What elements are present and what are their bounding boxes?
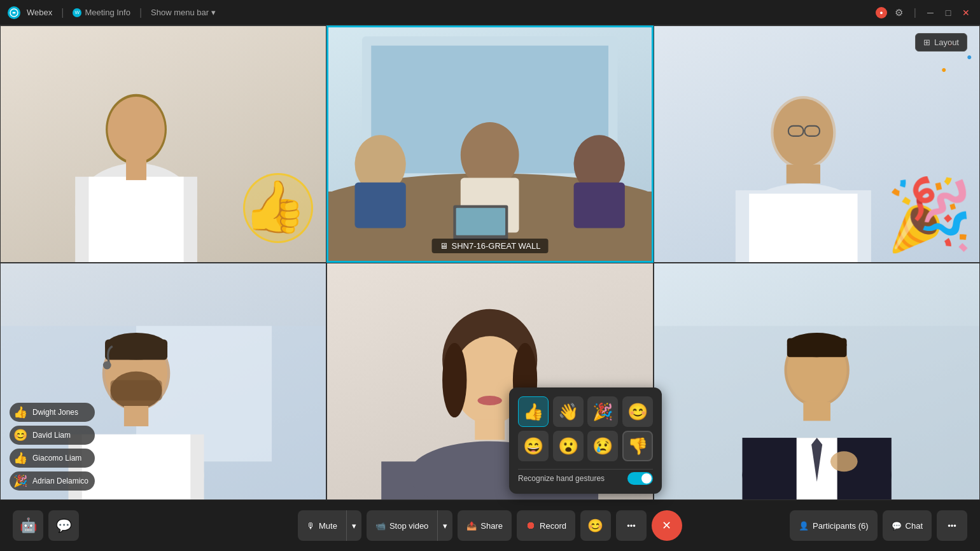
celebration-emoji: 🎉 (886, 174, 973, 256)
end-call-icon: ✕ (662, 519, 671, 533)
video-grid: 👍 🖥 SHN7 (0, 25, 980, 500)
notes-icon: 💬 (56, 518, 72, 533)
participants-button[interactable]: 👤 Participants (6) (790, 510, 877, 541)
titlebar: Webex | W Meeting Info | Show menu bar ▾… (0, 0, 980, 25)
app-title: Webex (27, 8, 52, 17)
emoji-thumbsup-btn[interactable]: 👍 (518, 396, 549, 427)
webex-app-icon (8, 6, 20, 19)
svg-point-59 (830, 451, 858, 471)
reaction-name-1: Dwight Jones (32, 408, 78, 417)
svg-rect-54 (803, 402, 830, 421)
reactions-sidebar: 👍 Dwight Jones 😊 David Liam 👍 Giacomo Li… (10, 403, 95, 491)
svg-rect-36 (124, 406, 148, 426)
emoji-reactions-button[interactable]: 😊 (580, 510, 611, 541)
video-cell-2: 🖥 SHN7-16-GREAT WALL (326, 25, 653, 263)
reaction-item-1: 👍 Dwight Jones (10, 403, 95, 422)
hand-gestures-toggle[interactable] (627, 472, 653, 485)
svg-rect-21 (786, 165, 820, 184)
svg-rect-35 (105, 340, 167, 360)
reaction-item-3: 👍 Giacomo Liam (10, 449, 95, 468)
layout-icon: ⊞ (923, 38, 930, 47)
stop-video-button[interactable]: 📹 Stop video (367, 510, 437, 541)
stop-video-chevron-button[interactable]: ▾ (437, 510, 452, 541)
toolbar-left-section: 🤖 💬 (13, 510, 79, 541)
reaction-item-2: 😊 David Liam (10, 426, 95, 445)
webex-ai-icon: 🤖 (20, 517, 37, 534)
emoji-sad-btn[interactable]: 😢 (587, 431, 618, 461)
sep2: | (139, 7, 142, 18)
participants-icon: 👤 (799, 521, 809, 531)
more-right-button[interactable]: ••• (937, 510, 967, 541)
chat-button[interactable]: 💬 Chat (883, 510, 932, 541)
emoji-picker: 👍 👋 🎉 😊 😄 😮 😢 👎 Recognize hand gestures (509, 387, 662, 494)
layout-button[interactable]: ⊞ Layout (915, 33, 967, 52)
emoji-grid: 👍 👋 🎉 😊 😄 😮 😢 👎 (518, 396, 653, 461)
reaction-name-4: Adrian Delamico (32, 477, 88, 485)
mute-expand-icon: ▾ (352, 521, 356, 531)
mute-group: 🎙 Mute ▾ (298, 510, 361, 541)
reaction-name-3: Giacomo Liam (32, 454, 81, 463)
toggle-knob (641, 473, 652, 484)
meeting-dot: W (73, 8, 81, 17)
reaction-name-2: David Liam (32, 431, 71, 440)
svg-rect-24 (749, 193, 857, 262)
svg-rect-6 (126, 160, 146, 180)
end-call-button[interactable]: ✕ (652, 510, 682, 541)
record-button[interactable]: ⏺ Record (517, 510, 575, 541)
maximize-button[interactable]: □ (942, 6, 955, 19)
video-cell-6 (654, 263, 980, 500)
close-button[interactable]: ✕ (960, 6, 972, 19)
emoji-wow-btn[interactable]: 😮 (553, 431, 584, 461)
stopvid-expand-icon: ▾ (443, 521, 447, 531)
show-menu-bar-btn[interactable]: Show menu bar ▾ (151, 8, 216, 17)
hand-gestures-row: Recognize hand gestures (518, 469, 653, 485)
reaction-emoji-4: 🎉 (13, 474, 27, 488)
emoji-icon: 😊 (587, 518, 603, 533)
minimize-button[interactable]: ─ (924, 6, 937, 19)
titlebar-left: Webex | W Meeting Info | Show menu bar ▾ (8, 6, 876, 19)
video-cell-3: 🎉 ● ● ● ● (654, 25, 980, 263)
reaction-item-4: 🎉 Adrian Delamico (10, 471, 95, 491)
share-icon: 📤 (466, 521, 477, 531)
emoji-wave-btn[interactable]: 👋 (553, 396, 584, 427)
share-button[interactable]: 📤 Share (458, 510, 512, 541)
emoji-laugh-btn[interactable]: 😄 (518, 431, 549, 461)
mute-button[interactable]: 🎙 Mute (298, 510, 346, 541)
svg-point-48 (478, 396, 502, 405)
reaction-circle (243, 173, 313, 243)
toolbar: 🤖 💬 🎙 Mute ▾ 📹 Stop video ▾ (0, 500, 980, 551)
reaction-emoji-3: 👍 (13, 451, 27, 465)
mute-chevron-button[interactable]: ▾ (346, 510, 361, 541)
more-options-button[interactable]: ••• (616, 510, 647, 541)
video-cell-1: 👍 (0, 25, 326, 263)
svg-rect-53 (787, 338, 846, 357)
window-controls: ● ⚙ | ─ □ ✕ (876, 6, 972, 20)
video-icon: 📹 (375, 521, 386, 531)
svg-rect-33 (111, 380, 162, 401)
svg-point-43 (442, 343, 466, 417)
more-right-icon: ••• (948, 521, 956, 531)
toolbar-center-section: 🎙 Mute ▾ 📹 Stop video ▾ 📤 Share ⏺ Re (298, 510, 682, 541)
emoji-thumbsdown-btn[interactable]: 👎 (622, 431, 653, 461)
record-icon: ⏺ (526, 520, 536, 531)
webex-ai-button[interactable]: 🤖 (13, 510, 43, 541)
chevron-down-icon: ▾ (211, 8, 216, 17)
recording-indicator: ● (876, 7, 887, 18)
svg-rect-5 (88, 177, 183, 262)
svg-rect-16 (574, 183, 625, 228)
sep1: | (61, 7, 64, 18)
svg-rect-12 (355, 183, 406, 228)
chat-notes-button[interactable]: 💬 (48, 510, 79, 541)
screen-icon: 🖥 (440, 241, 448, 251)
emoji-party-btn[interactable]: 🎉 (587, 396, 618, 427)
reaction-emoji-2: 😊 (13, 428, 27, 442)
emoji-smile-btn[interactable]: 😊 (622, 396, 653, 427)
settings-icon[interactable]: ⚙ (892, 6, 906, 20)
svg-rect-39 (82, 435, 190, 499)
reaction-emoji-1: 👍 (13, 405, 27, 419)
meeting-info-tab[interactable]: W Meeting Info (73, 8, 130, 17)
svg-point-40 (103, 361, 111, 370)
more-icon: ••• (627, 521, 636, 531)
svg-point-2 (108, 97, 164, 162)
room-label: 🖥 SHN7-16-GREAT WALL (432, 239, 549, 253)
